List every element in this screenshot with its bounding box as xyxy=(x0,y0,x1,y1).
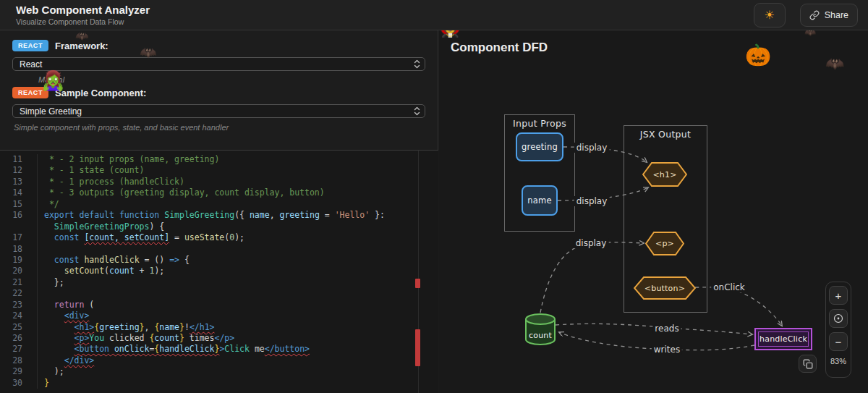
code-row: 29 ); xyxy=(0,366,438,377)
line-number: 13 xyxy=(0,177,38,187)
node-greeting-label: greeting xyxy=(517,134,562,160)
line-number: 12 xyxy=(0,165,38,176)
framework-badge: REACT xyxy=(12,40,48,51)
code-row: 14 * - 3 outputs (greeting display, coun… xyxy=(0,187,438,198)
fit-view-icon xyxy=(833,313,843,324)
code-row: 19 const handleClick = () => { xyxy=(0,255,438,266)
sample-row: REACT Sample Component: xyxy=(12,87,425,98)
sample-description: Simple component with props, state, and … xyxy=(14,123,425,132)
code-row: 27 <button onClick={handleClick}>Click m… xyxy=(0,344,438,355)
diagram-title: Component DFD xyxy=(451,41,548,55)
sun-icon: ☀ xyxy=(764,8,774,22)
code-row: 15 */ xyxy=(0,199,438,210)
node-greeting[interactable]: greeting xyxy=(516,132,563,161)
framework-row: REACT Framework: xyxy=(12,40,425,51)
framework-select[interactable]: React xyxy=(12,57,425,71)
select-chevrons-icon xyxy=(414,59,420,69)
line-number: 14 xyxy=(0,187,38,198)
line-number: 30 xyxy=(0,378,38,389)
copy-icon xyxy=(803,359,813,369)
line-number: 24 xyxy=(0,310,38,321)
code-row: 21 }; xyxy=(0,277,438,288)
group-jsx-output-label: JSX Output xyxy=(624,129,707,140)
group-input-props-label: Input Props xyxy=(505,118,574,129)
sample-label: Sample Component: xyxy=(55,88,146,98)
line-number: 27 xyxy=(0,344,38,355)
line-number: 29 xyxy=(0,366,38,377)
node-h1-label: <h1> xyxy=(642,162,687,187)
copy-diagram-button[interactable] xyxy=(799,355,817,373)
node-button[interactable]: <button> xyxy=(634,276,696,300)
app-header: Web Component Analyzer Visualize Compone… xyxy=(0,0,868,30)
node-handleclick-label: handleClick xyxy=(756,329,811,349)
code-row: SimpleGreetingProps) { xyxy=(0,221,438,232)
code-row: 16export default function SimpleGreeting… xyxy=(0,210,438,221)
line-number: 19 xyxy=(0,255,38,266)
error-marker xyxy=(415,329,420,366)
error-marker xyxy=(415,279,420,288)
node-p-label: <p> xyxy=(645,232,684,255)
node-name[interactable]: name xyxy=(522,185,558,216)
node-p[interactable]: <p> xyxy=(645,232,684,255)
code-row: 30} xyxy=(0,378,438,389)
code-row: 20 setCount(count + 1); xyxy=(0,266,438,276)
app-title: Web Component Analyzer xyxy=(16,4,150,16)
line-number: 22 xyxy=(0,288,38,299)
zoom-controls: + − 83% xyxy=(825,282,851,378)
theme-toggle-button[interactable]: ☀ xyxy=(754,3,786,28)
share-button[interactable]: Share xyxy=(800,4,858,27)
line-number: 21 xyxy=(0,277,38,288)
node-handleclick[interactable]: handleClick xyxy=(754,328,812,350)
code-row: 25 <h1>{greeting}, {name}!</h1> xyxy=(0,322,438,333)
code-row: 26 <p>You clicked {count} times</p> xyxy=(0,333,438,344)
code-row: 13 * - 1 process (handleClick) xyxy=(0,177,438,187)
controls-section: REACT Framework: React Manual REACT Samp… xyxy=(0,30,438,132)
line-number: 25 xyxy=(0,322,38,333)
fit-view-button[interactable] xyxy=(829,309,848,328)
node-h1[interactable]: <h1> xyxy=(642,162,687,187)
line-number: 18 xyxy=(0,244,38,255)
node-count[interactable]: count xyxy=(525,313,556,346)
zoom-out-button[interactable]: − xyxy=(829,332,848,351)
framework-label: Framework: xyxy=(55,41,109,51)
zoom-level: 83% xyxy=(830,357,846,365)
line-number xyxy=(0,221,38,232)
header-titles: Web Component Analyzer Visualize Compone… xyxy=(16,4,150,26)
line-number: 20 xyxy=(0,266,38,276)
edge-label-onclick: onClick xyxy=(711,282,747,292)
edge-label-display-greeting: display xyxy=(574,143,610,153)
node-name-label: name xyxy=(523,187,556,214)
edge-label-reads: reads xyxy=(652,324,681,334)
line-number: 17 xyxy=(0,232,38,243)
line-number: 16 xyxy=(0,210,38,221)
diagram-panel: Component DFD Input Props JSX Output gre… xyxy=(439,30,868,393)
manual-note: Manual xyxy=(38,75,425,84)
node-count-label: count xyxy=(525,313,556,346)
header-actions: ☀ Share xyxy=(754,3,858,28)
line-number: 26 xyxy=(0,333,38,344)
edge-label-display-count: display xyxy=(574,238,609,248)
left-panel: REACT Framework: React Manual REACT Samp… xyxy=(0,30,438,393)
select-chevrons-icon xyxy=(414,106,420,116)
code-row: 12 * - 1 state (count) xyxy=(0,165,438,176)
sample-badge: REACT xyxy=(12,87,48,98)
framework-select-value: React xyxy=(20,59,42,69)
code-row: 22 xyxy=(0,288,438,299)
line-number: 11 xyxy=(0,154,38,165)
code-row: 23 return ( xyxy=(0,300,438,310)
zoom-in-button[interactable]: + xyxy=(829,286,848,305)
code-row: 28 </div> xyxy=(0,355,438,366)
code-row: 24 <div> xyxy=(0,310,438,321)
sample-select[interactable]: Simple Greeting xyxy=(12,104,425,118)
edge-label-writes: writes xyxy=(652,345,682,355)
share-label: Share xyxy=(825,10,848,20)
line-number: 23 xyxy=(0,300,38,310)
code-row: 17 const [count, setCount] = useState(0)… xyxy=(0,232,438,243)
link-icon xyxy=(809,10,820,20)
code-row: 18 xyxy=(0,244,438,255)
code-lines: 11 * - 2 input props (name, greeting)12 … xyxy=(0,154,438,389)
node-button-label: <button> xyxy=(634,276,696,300)
code-editor[interactable]: 11 * - 2 input props (name, greeting)12 … xyxy=(0,150,438,393)
edge-label-display-name: display xyxy=(574,196,610,206)
sample-select-value: Simple Greeting xyxy=(20,106,82,117)
